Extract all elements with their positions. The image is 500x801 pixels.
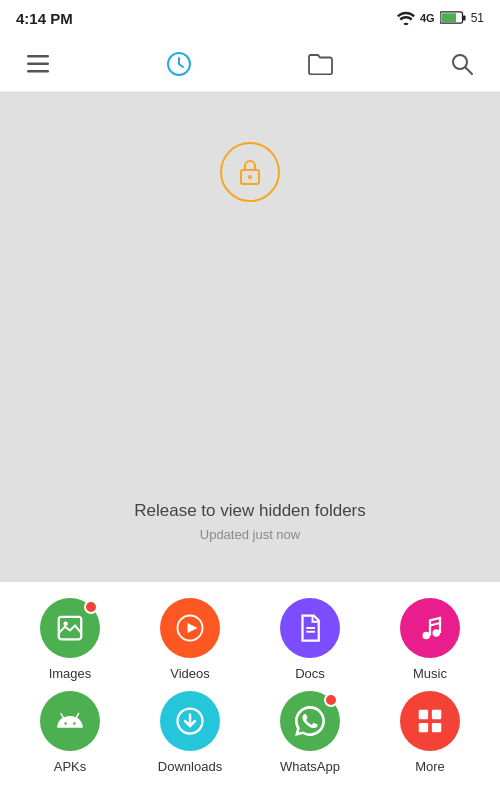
folder-button[interactable]	[303, 46, 339, 82]
lock-icon	[238, 158, 262, 186]
history-icon	[166, 51, 192, 77]
svg-rect-24	[419, 723, 428, 732]
more-icon	[415, 706, 445, 736]
top-nav	[0, 36, 500, 92]
images-badge	[84, 600, 98, 614]
more-item[interactable]: More	[370, 691, 490, 774]
apks-label: APKs	[54, 759, 87, 774]
docs-icon	[295, 613, 325, 643]
menu-button[interactable]	[20, 46, 56, 82]
updated-text: Updated just now	[200, 527, 300, 542]
downloads-item[interactable]: Downloads	[130, 691, 250, 774]
videos-icon	[175, 613, 205, 643]
battery-icon	[440, 11, 466, 25]
music-icon	[415, 613, 445, 643]
svg-point-10	[248, 175, 252, 179]
battery-percent: 51	[471, 11, 484, 25]
svg-rect-22	[419, 710, 428, 719]
svg-point-12	[63, 621, 68, 626]
history-button[interactable]	[161, 46, 197, 82]
downloads-icon-circle	[160, 691, 220, 751]
more-label: More	[415, 759, 445, 774]
bottom-section: Images Videos Docs	[0, 582, 500, 784]
apks-icon-circle	[40, 691, 100, 751]
whatsapp-item[interactable]: WhatsApp	[250, 691, 370, 774]
whatsapp-icon-circle	[280, 691, 340, 751]
music-icon-circle	[400, 598, 460, 658]
menu-icon	[27, 55, 49, 73]
svg-rect-5	[27, 70, 49, 73]
svg-rect-3	[27, 55, 49, 58]
status-bar: 4:14 PM 4G 51	[0, 0, 500, 36]
downloads-label: Downloads	[158, 759, 222, 774]
docs-item[interactable]: Docs	[250, 598, 370, 681]
apks-item[interactable]: APKs	[10, 691, 130, 774]
images-icon	[55, 613, 85, 643]
search-button[interactable]	[444, 46, 480, 82]
videos-item[interactable]: Videos	[130, 598, 250, 681]
whatsapp-badge	[324, 693, 338, 707]
status-icons: 4G 51	[397, 11, 484, 25]
lock-indicator	[220, 142, 280, 202]
search-icon	[450, 52, 474, 76]
videos-icon-circle	[160, 598, 220, 658]
docs-icon-circle	[280, 598, 340, 658]
more-icon-circle	[400, 691, 460, 751]
signal-text: 4G	[420, 12, 435, 24]
whatsapp-label: WhatsApp	[280, 759, 340, 774]
svg-line-19	[430, 623, 440, 626]
music-label: Music	[413, 666, 447, 681]
svg-rect-23	[432, 710, 441, 719]
docs-label: Docs	[295, 666, 325, 681]
release-text: Release to view hidden folders	[134, 501, 366, 521]
svg-rect-1	[463, 15, 466, 20]
svg-rect-4	[27, 62, 49, 65]
svg-rect-2	[441, 13, 456, 22]
svg-marker-14	[188, 623, 198, 633]
downloads-icon	[175, 706, 205, 736]
main-content: Release to view hidden folders Updated j…	[0, 92, 500, 582]
svg-rect-25	[432, 723, 441, 732]
status-time: 4:14 PM	[16, 10, 73, 27]
images-icon-circle	[40, 598, 100, 658]
wifi-icon	[397, 11, 415, 25]
images-item[interactable]: Images	[10, 598, 130, 681]
music-item[interactable]: Music	[370, 598, 490, 681]
whatsapp-icon	[295, 706, 325, 736]
folder-icon	[308, 53, 334, 75]
apks-icon	[55, 706, 85, 736]
images-label: Images	[49, 666, 92, 681]
icon-grid: Images Videos Docs	[10, 598, 490, 774]
svg-line-8	[465, 67, 472, 74]
videos-label: Videos	[170, 666, 210, 681]
